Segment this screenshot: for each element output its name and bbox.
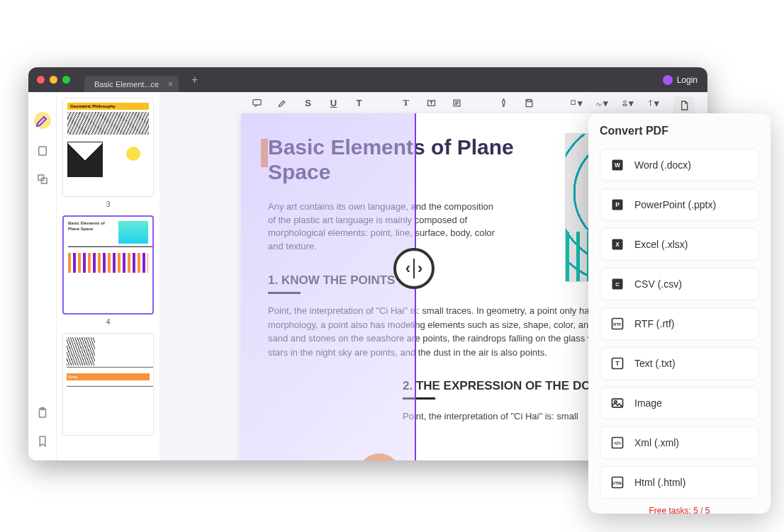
bookmark-icon[interactable] (36, 435, 49, 448)
maximize-window-button[interactable] (62, 76, 70, 84)
shape-dropdown-icon[interactable]: ▾ (570, 96, 583, 109)
excel-file-icon: X (610, 237, 625, 251)
left-rail (28, 92, 57, 460)
login-button[interactable]: Login (663, 75, 698, 85)
page-tool-icon[interactable] (36, 145, 49, 157)
convert-label: Text (.txt) (634, 358, 676, 369)
html-file-icon: HTML (610, 475, 625, 489)
convert-option-csv[interactable]: C CSV (.csv) (600, 268, 759, 300)
titlebar: Basic Element...ce × + Login (28, 67, 707, 92)
svg-rect-8 (527, 99, 531, 101)
thumbnails-panel: Geometric Philosophy 3 Basic Elements of… (57, 92, 159, 460)
pen-icon[interactable] (498, 96, 510, 109)
divider-icon (413, 259, 415, 278)
traffic-lights (37, 76, 70, 84)
thumbnail-page-5[interactable]: ▬▬▬▬▬▬▬▬▬▬▬▬▬▬▬▬▬▬▬▬▬▬▬▬▬▬▬▬▬▬▬▬▬▬▬▬▬▬▬▬… (62, 333, 154, 436)
thumb3-number: 3 (62, 200, 154, 208)
convert-label: Excel (.xlsx) (634, 239, 688, 250)
thumbnail-page-4[interactable]: Basic Elements of Plane Space ▬▬▬▬▬▬▬▬▬▬… (62, 215, 154, 315)
svg-text:P: P (615, 201, 620, 208)
tab-label: Basic Element...ce (94, 80, 159, 89)
heading-underline-2 (403, 397, 435, 400)
convert-option-powerpoint[interactable]: P PowerPoint (.pptx) (600, 188, 759, 221)
highlighter-icon[interactable] (276, 96, 289, 109)
convert-option-html[interactable]: HTML Html (.html) (600, 466, 759, 499)
convert-pdf-panel: Convert PDF W Word (.docx) P PowerPoint … (588, 113, 771, 514)
intro-paragraph: Any art contains its own language, and t… (268, 200, 503, 254)
convert-label: RTF (.rtf) (634, 318, 675, 329)
powerpoint-file-icon: P (610, 198, 625, 212)
textbox-icon[interactable] (425, 96, 438, 109)
xml-file-icon: </> (610, 436, 625, 450)
thumbnail-page-3[interactable]: Geometric Philosophy (62, 98, 154, 197)
convert-option-text[interactable]: T Text (.txt) (600, 347, 759, 380)
stamp-icon[interactable]: ▾ (621, 96, 634, 109)
convert-label: Image (634, 397, 662, 409)
link-icon[interactable]: ▾ (646, 96, 659, 109)
convert-label: CSV (.csv) (634, 278, 682, 290)
thumb5-band: String (67, 373, 150, 380)
convert-option-word[interactable]: W Word (.docx) (600, 149, 759, 181)
login-label: Login (677, 75, 698, 85)
minimize-window-button[interactable] (50, 76, 57, 84)
page-title: Basic Elements of Plane Space (268, 135, 516, 185)
add-tab-button[interactable]: + (191, 74, 198, 86)
convert-panel-title: Convert PDF (600, 125, 759, 137)
thumb4-number: 4 (62, 317, 154, 326)
annotation-toolbar: S U T T ▾ ▾ ▾ ▾ (159, 92, 707, 113)
note-icon[interactable] (451, 96, 464, 109)
rtf-file-icon: RTF (610, 317, 625, 331)
thumb3-header: Geometric Philosophy (67, 103, 149, 110)
avatar-icon (663, 75, 673, 85)
save-icon[interactable] (523, 96, 536, 109)
convert-document-button[interactable] (673, 96, 695, 115)
convert-label: Word (.docx) (634, 159, 691, 171)
thumb4-image (118, 221, 148, 244)
close-tab-icon[interactable]: × (168, 79, 173, 89)
signature-icon[interactable]: ▾ (595, 96, 608, 109)
convert-label: Xml (.xml) (634, 437, 679, 448)
word-file-icon: W (610, 158, 625, 172)
thumb3-shape (126, 147, 140, 161)
convert-option-image[interactable]: Image (600, 387, 759, 419)
svg-text:T: T (615, 360, 620, 367)
accent-bar (261, 139, 268, 167)
svg-text:HTML: HTML (612, 481, 622, 485)
highlighter-tool-icon[interactable] (34, 112, 51, 129)
csv-file-icon: C (610, 277, 625, 291)
svg-text:RTF: RTF (613, 322, 622, 327)
thumb3-geometric (67, 142, 103, 177)
free-tasks-counter: Free tasks: 5 / 5 (600, 506, 759, 516)
underline-icon[interactable]: U (327, 96, 340, 109)
layers-tool-icon[interactable] (36, 173, 49, 186)
clipboard-icon[interactable] (36, 407, 49, 419)
heading-underline (268, 292, 301, 294)
svg-rect-5 (253, 99, 261, 105)
thumb3-image (67, 112, 149, 135)
thumb5-image (67, 337, 95, 366)
svg-text:C: C (615, 281, 620, 288)
comment-icon[interactable] (251, 96, 264, 109)
text-format-icon[interactable]: T (400, 96, 413, 109)
svg-rect-0 (38, 147, 46, 155)
convert-option-xml[interactable]: </> Xml (.xml) (600, 426, 759, 459)
convert-option-excel[interactable]: X Excel (.xlsx) (600, 228, 759, 261)
thumb4-bars (68, 253, 148, 273)
svg-text:W: W (615, 162, 620, 169)
svg-rect-9 (571, 100, 575, 104)
convert-option-rtf[interactable]: RTF RTF (.rtf) (600, 307, 759, 340)
close-window-button[interactable] (37, 76, 45, 84)
document-tab[interactable]: Basic Element...ce × (84, 76, 179, 93)
thumb5-text2: ▬▬▬▬▬▬▬▬▬▬▬▬▬▬▬▬▬▬▬▬▬▬▬▬▬▬▬▬▬▬▬▬▬▬▬▬▬▬▬▬… (67, 385, 150, 388)
chevron-right-icon: › (418, 259, 422, 278)
svg-text:X: X (615, 241, 620, 248)
text-icon[interactable]: T (353, 96, 366, 109)
convert-label: PowerPoint (.pptx) (634, 199, 716, 210)
svg-point-10 (623, 100, 626, 103)
image-file-icon (610, 396, 625, 410)
text-file-icon: T (610, 356, 625, 370)
compare-slider-handle[interactable]: ‹ › (393, 248, 435, 289)
convert-label: Html (.html) (634, 477, 685, 488)
decorative-circle (358, 453, 401, 460)
strikethrough-icon[interactable]: S (302, 96, 315, 109)
